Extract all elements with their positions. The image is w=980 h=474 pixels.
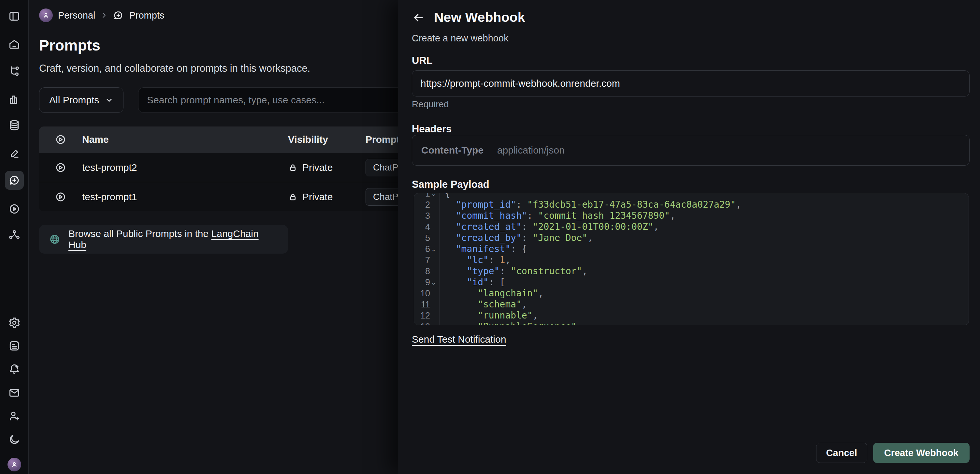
play-circle-icon[interactable] [39, 191, 82, 203]
table-row[interactable]: test-prompt1 Private ChatPr [39, 182, 398, 211]
breadcrumb-page[interactable]: Prompts [129, 10, 164, 21]
chevron-right-icon [100, 12, 108, 19]
breadcrumb: Personal Prompts [39, 8, 164, 22]
deployments-nodes-icon[interactable] [7, 228, 22, 242]
prompt-name[interactable]: test-prompt2 [82, 162, 288, 173]
sample-payload-label: Sample Payload [412, 179, 489, 190]
column-header-prompt: Prompt [366, 134, 398, 145]
user-avatar[interactable] [8, 458, 21, 471]
code-line: 13 "RunnableSequence" [414, 321, 969, 326]
cancel-button[interactable]: Cancel [816, 443, 867, 463]
drawer-subtitle: Create a new webhook [412, 33, 509, 44]
new-webhook-drawer: New Webhook Create a new webhook URL Req… [398, 0, 980, 474]
url-helper-required: Required [412, 99, 449, 110]
code-line: 2 "prompt_id": "f33dcb51-eb17-47a5-83ca-… [414, 199, 969, 210]
trace-tree-icon[interactable] [7, 64, 22, 78]
headers-input[interactable]: Content-Type application/json [412, 135, 970, 166]
prompt-search [138, 87, 398, 113]
code-line: 5 "created_by": "Jane Doe", [414, 233, 969, 244]
fold-chevron-icon[interactable]: ⌄ [430, 244, 437, 255]
panel-toggle-icon[interactable] [7, 9, 22, 24]
hub-banner-text: Browse all Public Prompts in the LangCha… [68, 228, 278, 251]
visibility-label: Private [302, 162, 332, 173]
create-webhook-button[interactable]: Create Webhook [873, 443, 970, 463]
header-key: Content-Type [421, 145, 484, 156]
code-line: 6⌄ "manifest": { [414, 244, 969, 255]
play-circle-icon [39, 134, 82, 145]
filter-button-label: All Prompts [49, 94, 99, 105]
monitor-bars-icon[interactable] [7, 92, 22, 107]
hub-banner: Browse all Public Prompts in the LangCha… [39, 225, 288, 254]
all-prompts-filter-button[interactable]: All Prompts [39, 87, 124, 113]
search-input[interactable] [147, 94, 398, 105]
code-line: 11 "schema", [414, 299, 969, 310]
code-line: 4 "created_at": "2021-01-01T00:00:00Z", [414, 221, 969, 233]
chevron-down-icon [105, 96, 113, 104]
home-icon[interactable] [7, 37, 22, 51]
sample-payload-editor[interactable]: 1⌄{2 "prompt_id": "f33dcb51-eb17-47a5-83… [414, 193, 969, 326]
headers-label: Headers [412, 123, 452, 135]
prompts-bubble-plus-icon [113, 10, 124, 21]
table-header-row: Name Visibility Prompt [39, 126, 398, 153]
prompts-table: Name Visibility Prompt test-prompt2 Priv… [39, 126, 398, 211]
payload-code-lines: 1⌄{2 "prompt_id": "f33dcb51-eb17-47a5-83… [414, 193, 969, 326]
back-arrow-icon[interactable] [411, 10, 425, 25]
column-header-name: Name [82, 134, 288, 145]
play-circle-icon[interactable] [39, 162, 82, 174]
lock-icon [288, 192, 298, 202]
workspace-avatar[interactable] [39, 8, 53, 22]
header-value-placeholder: application/json [497, 145, 565, 156]
code-line: 1⌄{ [414, 193, 969, 199]
prompt-type-chip: ChatPr [366, 159, 398, 176]
page-subtitle: Craft, version, and collaborate on promp… [39, 62, 310, 74]
code-line: 10 "langchain", [414, 288, 969, 299]
code-line: 3 "commit_hash": "commit_hash_1234567890… [414, 210, 969, 221]
page-title: Prompts [39, 37, 100, 54]
visibility-label: Private [302, 192, 332, 203]
table-row[interactable]: test-prompt2 Private ChatPr [39, 153, 398, 182]
send-test-notification-link[interactable]: Send Test Notification [412, 334, 506, 345]
fold-chevron-icon[interactable]: ⌄ [430, 277, 437, 288]
column-header-visibility: Visibility [288, 134, 366, 145]
prompt-name[interactable]: test-prompt1 [82, 192, 288, 203]
lock-icon [288, 163, 298, 172]
docs-news-icon[interactable] [7, 339, 22, 353]
breadcrumb-workspace[interactable]: Personal [58, 10, 95, 21]
globe-icon [49, 233, 60, 245]
invite-user-plus-icon[interactable] [7, 409, 22, 423]
notifications-bell-plus-icon[interactable] [7, 362, 22, 376]
url-input[interactable] [412, 70, 970, 96]
annotate-pencil-icon[interactable] [7, 147, 22, 161]
mail-envelope-icon[interactable] [7, 386, 22, 400]
code-line: 7 "lc": 1, [414, 255, 969, 266]
code-line: 8 "type": "constructor", [414, 266, 969, 277]
prompts-bubble-plus-icon[interactable] [5, 171, 24, 190]
icon-rail [0, 0, 29, 474]
drawer-title: New Webhook [434, 10, 525, 25]
code-line: 9⌄ "id": [ [414, 277, 969, 288]
prompts-page: Personal Prompts Prompts Craft, version,… [29, 0, 398, 474]
url-label: URL [412, 55, 433, 67]
settings-gear-icon[interactable] [7, 316, 22, 330]
datasets-db-icon[interactable] [7, 118, 22, 132]
code-line: 12 "runnable", [414, 310, 969, 321]
prompt-type-chip: ChatPr [366, 188, 398, 206]
fold-chevron-icon[interactable]: ⌄ [430, 193, 437, 199]
dark-mode-moon-icon[interactable] [7, 432, 22, 447]
playground-play-icon[interactable] [7, 202, 22, 216]
